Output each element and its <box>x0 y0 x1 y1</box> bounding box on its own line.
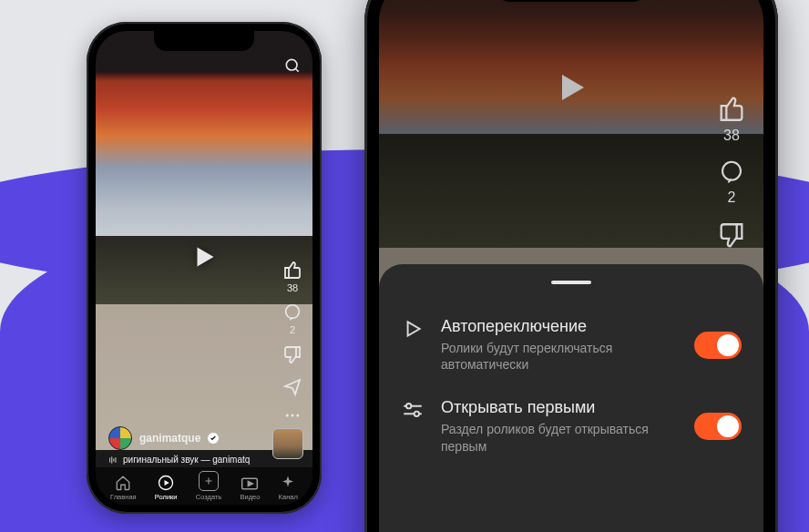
comment-count: 2 <box>290 324 295 335</box>
autoplay-toggle[interactable] <box>694 332 742 359</box>
dislike-button[interactable] <box>716 220 747 251</box>
svg-point-2 <box>286 414 289 417</box>
tab-channel[interactable]: Канал <box>279 475 298 501</box>
tab-label: Видео <box>240 493 260 501</box>
play-icon[interactable] <box>188 240 220 277</box>
tab-home[interactable]: Главная <box>110 475 137 501</box>
verified-icon <box>208 433 219 444</box>
sliders-icon <box>401 398 426 425</box>
sheet-grabber[interactable] <box>551 281 591 284</box>
like-count: 38 <box>723 128 740 144</box>
phone-right-screen: 38 2 Автопереключение Ролики буд <box>379 0 763 532</box>
setting-autoplay: Автопереключение Ролики будут переключат… <box>401 304 742 385</box>
like-button[interactable]: 38 <box>716 93 747 144</box>
setting-open-first: Открывать первыми Раздел роликов будет о… <box>401 385 742 466</box>
comment-button[interactable]: 2 <box>282 302 302 335</box>
author-row[interactable]: ganimatque <box>108 426 267 450</box>
setting-title: Открывать первыми <box>441 398 680 417</box>
tab-video[interactable]: Видео <box>240 476 260 501</box>
autoplay-icon <box>401 317 426 344</box>
audio-text: ригинальный звук — ganimatq <box>123 455 250 465</box>
svg-point-0 <box>286 59 297 70</box>
tab-create[interactable]: Создать <box>196 471 222 501</box>
plus-icon <box>199 471 219 491</box>
like-button[interactable]: 38 <box>282 259 303 293</box>
tab-clips[interactable]: Ролики <box>155 475 178 501</box>
notch <box>494 0 649 2</box>
toggle-knob <box>717 334 739 356</box>
svg-point-4 <box>296 414 299 417</box>
more-button[interactable] <box>283 406 302 425</box>
audio-track[interactable]: ригинальный звук — ganimatq <box>108 455 258 465</box>
phone-left-screen: 38 2 ganimatque ригинал <box>96 31 312 505</box>
like-count: 38 <box>287 282 298 293</box>
action-rail: 38 2 <box>282 259 303 425</box>
sound-thumbnail[interactable] <box>272 428 303 459</box>
notch <box>154 31 254 51</box>
equalizer-icon <box>108 455 118 465</box>
tab-label: Главная <box>110 493 137 501</box>
svg-point-1 <box>286 305 300 319</box>
settings-bottomsheet: Автопереключение Ролики будут переключат… <box>379 264 763 532</box>
setting-title: Автопереключение <box>441 317 680 336</box>
tab-label: Канал <box>279 493 298 501</box>
tab-label: Создать <box>196 493 222 501</box>
author-name: ganimatque <box>139 432 200 445</box>
share-button[interactable] <box>282 375 303 397</box>
video-icon <box>241 476 259 491</box>
avatar <box>108 426 132 450</box>
bottom-tabbar: Главная Ролики Создать Видео Канал <box>96 466 312 505</box>
phone-right: 38 2 Автопереключение Ролики буд <box>364 0 778 532</box>
play-icon[interactable] <box>549 66 593 113</box>
setting-desc: Ролики будут переключаться автоматически <box>441 340 680 373</box>
dislike-button[interactable] <box>282 344 303 366</box>
svg-point-7 <box>722 162 741 180</box>
open-first-toggle[interactable] <box>694 413 742 440</box>
search-icon[interactable] <box>283 56 302 78</box>
setting-desc: Раздел роликов будет открываться первым <box>441 421 680 454</box>
home-icon <box>115 475 131 491</box>
comment-button[interactable]: 2 <box>718 159 745 206</box>
sparkle-icon <box>280 475 296 491</box>
comment-count: 2 <box>728 189 736 206</box>
clips-icon <box>158 475 174 491</box>
phone-left: 38 2 ganimatque ригинал <box>87 22 322 514</box>
tab-label: Ролики <box>155 493 178 501</box>
svg-point-8 <box>406 404 411 408</box>
svg-point-3 <box>292 414 294 417</box>
toggle-knob <box>717 415 739 437</box>
svg-point-9 <box>415 412 419 416</box>
